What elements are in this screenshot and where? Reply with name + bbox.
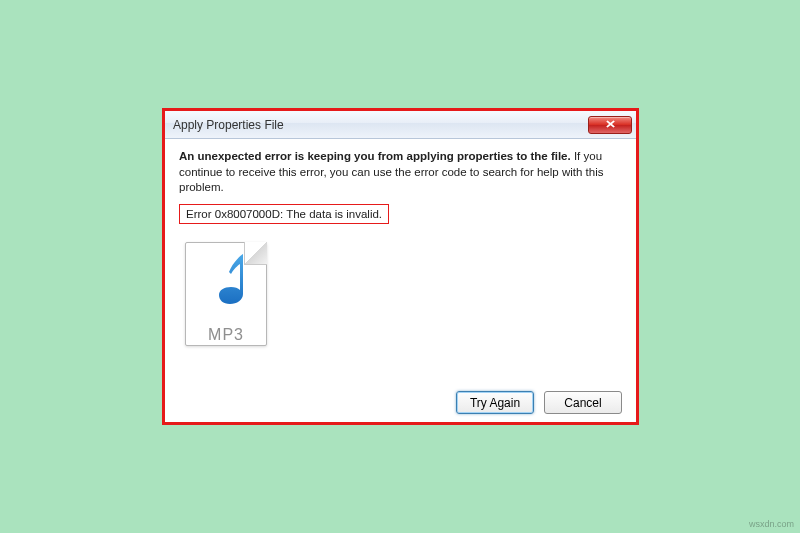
button-row: Try Again Cancel [179, 383, 622, 414]
music-note-icon [205, 250, 259, 314]
titlebar[interactable]: Apply Properties File ✕ [165, 111, 636, 139]
window-title: Apply Properties File [173, 118, 588, 132]
apply-properties-dialog: Apply Properties File ✕ An unexpected er… [165, 111, 636, 422]
cancel-button[interactable]: Cancel [544, 391, 622, 414]
error-message-bold: An unexpected error is keeping you from … [179, 150, 571, 162]
close-icon: ✕ [605, 119, 616, 130]
dialog-content: An unexpected error is keeping you from … [165, 139, 636, 422]
close-button[interactable]: ✕ [588, 116, 632, 134]
screenshot-frame: Apply Properties File ✕ An unexpected er… [162, 108, 639, 425]
file-icon-area: MP3 [185, 242, 622, 350]
mp3-file-icon: MP3 [185, 242, 273, 350]
error-message: An unexpected error is keeping you from … [179, 149, 622, 196]
try-again-button[interactable]: Try Again [456, 391, 534, 414]
watermark: wsxdn.com [749, 519, 794, 529]
mp3-label: MP3 [185, 326, 267, 344]
error-code-line: Error 0x8007000D: The data is invalid. [179, 204, 389, 224]
